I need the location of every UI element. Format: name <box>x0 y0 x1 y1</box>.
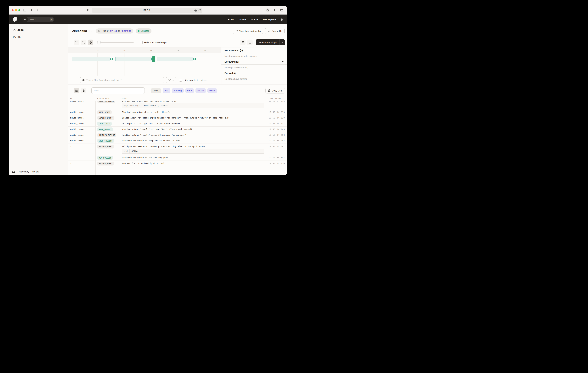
collapse-all-icon[interactable] <box>240 40 245 45</box>
tab-overview-icon[interactable] <box>280 9 283 11</box>
gear-icon[interactable] <box>280 18 283 21</box>
log-structured-view-icon[interactable] <box>81 88 86 93</box>
gantt-timeline[interactable] <box>68 53 221 76</box>
log-list-view-icon[interactable] <box>74 88 79 93</box>
waterfall-view-icon[interactable] <box>81 40 86 45</box>
forward-icon[interactable] <box>36 9 39 11</box>
log-row[interactable]: multi_threeSTEP_SUCCESSFinished executio… <box>68 138 287 144</box>
hide-unselected-label: Hide unselected steps <box>184 79 206 81</box>
column-header-info[interactable]: INFO <box>120 98 267 100</box>
gantt-marker-open <box>110 58 111 60</box>
column-header-op[interactable]: OP <box>68 98 95 100</box>
close-window-button[interactable] <box>11 9 14 11</box>
new-tab-icon[interactable] <box>273 9 276 11</box>
view-tags-config-button[interactable]: View tags and config <box>233 28 263 34</box>
commit-link[interactable]: f92d468a <box>122 30 131 32</box>
sidebar-toggle-icon[interactable] <box>23 9 26 12</box>
step-panel-section-header[interactable]: Errored (0) <box>221 70 287 76</box>
minimize-window-button[interactable] <box>15 9 17 11</box>
debug-file-button[interactable]: Debug file <box>265 28 284 34</box>
log-row[interactable]: multi_threeHANDLED_OUTPUTHandled output … <box>68 132 287 138</box>
log-timestamp: 19:50:34.213 <box>267 110 287 115</box>
job-link[interactable]: my_job <box>110 30 117 32</box>
column-header-event-type[interactable]: EVENT TYPE <box>95 98 120 100</box>
gantt-connector-line <box>155 59 157 59</box>
step-panel-section-header[interactable]: Executing (0) <box>221 59 287 65</box>
log-level-event[interactable]: event <box>207 88 217 93</box>
log-row[interactable]: -RUN_SUCCESSFinished execution of run fo… <box>68 155 287 161</box>
log-op: multi_three <box>68 138 95 143</box>
log-filter-field[interactable] <box>91 88 145 94</box>
checkbox-icon[interactable] <box>179 79 182 82</box>
gantt-marker-open <box>193 58 194 60</box>
log-row[interactable]: multi_threeLOADED_INPUTLoaded input "i" … <box>68 115 287 121</box>
copy-url-button[interactable]: Copy URL <box>265 88 285 93</box>
hide-not-started-checkbox[interactable]: Hide not started steps <box>140 41 167 44</box>
hide-unselected-checkbox[interactable]: Hide unselected steps <box>179 79 206 82</box>
timed-view-icon[interactable] <box>88 40 94 45</box>
gantt-gridline <box>205 53 205 76</box>
log-row[interactable]: -ENGINE_EVENTMultiprocess executor: pare… <box>68 144 287 155</box>
dagster-logo[interactable] <box>12 17 18 22</box>
step-panel-section-header[interactable]: Not Executed (0) <box>221 47 287 53</box>
re-execute-all-button[interactable]: Re-execute All (*) <box>256 39 279 45</box>
log-op: multi_three <box>68 115 95 121</box>
step-subset-field[interactable] <box>80 77 164 83</box>
share-icon[interactable] <box>266 9 269 11</box>
event-type-chip: ENGINE_EVENT <box>97 145 114 148</box>
log-level-error[interactable]: error <box>185 88 194 93</box>
log-op: multi_three <box>68 132 95 138</box>
log-level-debug[interactable]: debug <box>151 88 161 93</box>
nav-item-assets[interactable]: Assets <box>239 18 246 21</box>
log-row[interactable]: multi_threeSTEP_INPUTGot input "i" of ty… <box>68 121 287 127</box>
nav-item-workspace[interactable]: Workspace <box>263 18 276 21</box>
log-row[interactable]: multi_threeSTEP_OUTPUTYielded output "re… <box>68 127 287 132</box>
log-row[interactable]: multi_threeSTEP_STARTStarted execution o… <box>68 110 287 115</box>
nav-item-status[interactable]: Status <box>251 18 258 21</box>
log-info: Got input "i" of type "Int". (Type check… <box>120 121 267 126</box>
nav-item-runs[interactable]: Runs <box>228 18 234 21</box>
main-content: 2e04a66a Run of my_job @ f92d468a Succes… <box>68 24 287 175</box>
gantt-step-span[interactable] <box>115 57 152 61</box>
log-filter-input[interactable] <box>94 89 142 92</box>
flat-view-icon[interactable] <box>74 40 79 45</box>
zoom-slider[interactable] <box>97 41 134 44</box>
translate-icon[interactable]: Aあ <box>194 9 197 11</box>
gantt-step-span[interactable] <box>157 57 193 61</box>
expand-all-icon[interactable] <box>247 40 253 45</box>
log-level-critical[interactable]: critical <box>196 88 206 93</box>
reload-repository-icon[interactable] <box>41 170 43 173</box>
sidebar: Jobs my_job __repository__my_job <box>9 24 68 175</box>
event-type-chip: RUN_SUCCESS <box>97 156 113 160</box>
gantt-executed-step[interactable] <box>152 56 155 62</box>
back-icon[interactable] <box>30 9 33 11</box>
global-search[interactable]: / <box>22 17 54 22</box>
log-info: Finished execution of run for "my_job". <box>120 155 267 161</box>
graph-query-toggle[interactable] <box>166 77 176 83</box>
gantt-step-span[interactable] <box>72 57 110 61</box>
address-bar[interactable]: 127.0.0.1 Aあ <box>92 8 202 13</box>
step-panel-section-title: Executing (0) <box>224 60 239 63</box>
log-level-warning[interactable]: warning <box>172 88 184 93</box>
log-event-type: HANDLED_OUTPUT <box>95 132 120 138</box>
step-subset-input[interactable] <box>86 79 162 81</box>
log-row[interactable]: -ENGINE_EVENTProcess for run exited (pid… <box>68 161 287 166</box>
gantt-time-axis: 1s2s3s4s5s <box>68 47 221 53</box>
reload-icon[interactable] <box>198 9 201 11</box>
log-info-text: Loaded input "i" using input manager "io… <box>122 115 267 121</box>
info-icon[interactable] <box>89 30 92 33</box>
log-timestamp: 19:50:34.420 <box>267 161 287 166</box>
column-header-timestamp[interactable]: TIMESTAMP <box>267 98 287 100</box>
event-type-chip: HANDLED_OUTPUT <box>97 133 116 137</box>
log-level-info[interactable]: info <box>163 88 170 93</box>
log-event-type: STEP_OUTPUT <box>95 127 120 132</box>
checkbox-icon[interactable] <box>140 41 143 44</box>
log-metadata-value[interactable]: View stdout / stderr <box>142 104 170 107</box>
zoom-slider-knob[interactable] <box>97 41 101 44</box>
sidebar-item-job[interactable]: my_job <box>13 35 64 38</box>
log-event-type: ENGINE_EVENT <box>95 144 120 155</box>
search-input[interactable] <box>29 18 49 21</box>
re-execute-dropdown-button[interactable] <box>279 39 285 45</box>
zoom-window-button[interactable] <box>18 9 20 11</box>
log-info-text: Handled output "result" using IO manager… <box>122 132 267 138</box>
